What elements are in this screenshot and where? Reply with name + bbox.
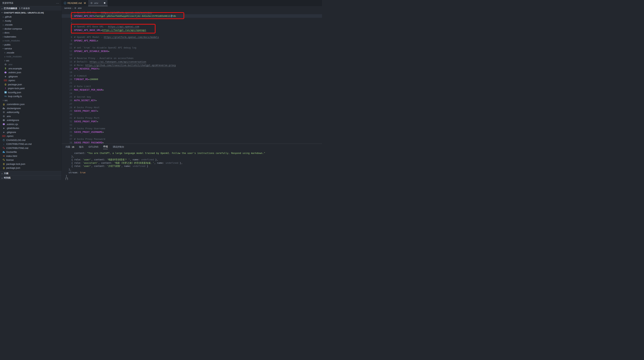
code-token: fastgpt-y6b3axfbdd5wyp011zectjdz-642a3ec… <box>95 14 172 17</box>
line-number: 18 <box>62 70 74 74</box>
tree-item-tsup.config.ts[interactable]: TStsup.config.ts <box>0 94 62 98</box>
tree-item-package.json[interactable]: {}package.json <box>0 82 62 87</box>
tree-item-license[interactable]: license <box>0 158 62 162</box>
tree-item-package.json[interactable]: {}package.json <box>0 166 62 170</box>
terminal-token: ], <box>66 168 72 171</box>
code-line-22: 22# Rate Limit <box>62 84 322 88</box>
code-token: = <box>97 39 98 42</box>
tree-item-package-lock.json[interactable]: {}package-lock.json <box>0 162 62 166</box>
tree-item-.husky[interactable]: ›.husky <box>0 19 62 23</box>
tree-item-docs[interactable]: ›docs <box>0 31 62 35</box>
tree-item-src[interactable]: ›src <box>0 59 62 63</box>
tree-item-.gitignore[interactable]: ◆.gitignore <box>0 74 62 79</box>
tree-item-label: .gitignore <box>6 131 16 134</box>
code-line-12: 12OPENAI_API_DISABLE_DEBUG= <box>62 49 322 53</box>
tree-item-label: .env <box>6 115 11 118</box>
panel-tab-problems[interactable]: 问题 16 <box>66 144 74 150</box>
html-icon: <> <box>2 154 5 157</box>
tree-item-label: license <box>6 159 14 161</box>
panel-tab-gitlens[interactable]: GITLENS <box>88 144 98 150</box>
unsaved-dot-icon[interactable] <box>104 2 105 4</box>
breadcrumb-file[interactable]: .env <box>78 7 82 9</box>
tree-item-service[interactable]: ›service <box>0 47 62 51</box>
tree-item-kubernetes[interactable]: ›kubernetes <box>0 35 62 39</box>
tree-item-node_modules[interactable]: ›node_modules <box>0 39 62 43</box>
code-line-2: 2OPENAI_API_KEY=fastgpt-y6b3axfbdd5wyp01… <box>62 14 322 18</box>
tree-item-.gitattributes[interactable]: ◆.gitattributes <box>0 126 62 130</box>
open-editors-section[interactable]: › 打开的编辑器 1 个未保存 <box>0 6 62 10</box>
panel-tab-debug-console[interactable]: 调试控制台 <box>112 144 124 150</box>
code-line-27: 27 <box>62 102 322 106</box>
code-line-23: 23MAX_REQUEST_PER_HOUR= <box>62 88 322 92</box>
line-number: 36 <box>62 134 74 137</box>
tab-env[interactable]: ⚙ .env <box>88 0 108 6</box>
history-icon <box>2 139 5 141</box>
code-line-15: 15# Default: https://ai.fakeopen.com/api… <box>62 60 322 63</box>
tree-item-label: .env <box>8 63 12 66</box>
timeline-section[interactable]: › 时间线 <box>0 176 62 180</box>
tree-item-node_modules[interactable]: ›node_modules <box>0 54 62 59</box>
code-token: = <box>94 14 95 17</box>
editor-pane[interactable]: 1# OpenAI API Key - https://platform.ope… <box>62 10 322 144</box>
tree-item-.eslintrc.cjs[interactable]: .eslintrc.cjs <box>0 122 62 126</box>
tree-item-CONTRIBUTING.md[interactable]: CONTRIBUTING.md <box>0 146 62 150</box>
tree-item-.env[interactable]: ⚙.env <box>0 62 62 67</box>
chevron-right-icon: › <box>2 35 4 38</box>
tree-item-tsconfig.json[interactable]: TStsconfig.json <box>0 90 62 94</box>
workspace-section[interactable]: › CHATGPT-WEB [WSL: UBUNTU-22.04] <box>0 10 62 15</box>
code-token: OPENAI_API_BASE_URL <box>74 29 101 31</box>
tab-readme[interactable]: i README.md M <box>62 0 88 6</box>
tree-item-.env[interactable]: ⚙.env <box>0 114 62 118</box>
tree-item-.vscode[interactable]: ›.vscode <box>0 23 62 27</box>
code-text: # Socks Proxy Username <box>74 127 322 130</box>
npm-icon: npm <box>4 79 7 82</box>
tree-item-docker-compose[interactable]: ›docker-compose <box>0 27 62 31</box>
tree-item-.commitlintrc.json[interactable]: {}.commitlintrc.json <box>0 102 62 106</box>
code-token: # Secret key <box>74 95 91 98</box>
terminal-line: { role: 'assistant', content: '电影《玲芽之旅》的… <box>66 161 322 165</box>
more-actions-icon[interactable]: ··· <box>56 2 59 5</box>
tree-item-label: package.json <box>6 166 20 169</box>
unsaved-count-badge: 1 个未保存 <box>19 7 30 10</box>
tree-item-.npmrc[interactable]: npm.npmrc <box>0 78 62 82</box>
tree-item-CHANGELOG.md[interactable]: CHANGELOG.md <box>0 138 62 142</box>
tree-item-index.html[interactable]: <>index.html <box>0 154 62 158</box>
tree-item-.gitignore[interactable]: ◆.gitignore <box>0 130 62 134</box>
line-number: 28 <box>62 106 74 109</box>
line-number: 24 <box>62 92 74 95</box>
tree-item-Dockerfile[interactable]: Dockerfile <box>0 150 62 154</box>
breadcrumb-folder[interactable]: service <box>64 7 71 9</box>
code-token: https://github.com/transitive-bullshit/c… <box>85 64 176 67</box>
terminal-token: } <box>66 174 67 177</box>
tree-item-.editorconfig[interactable]: ⚙.editorconfig <box>0 110 62 114</box>
tree-item-pnpm-lock.yaml[interactable]: !pnpm-lock.yaml <box>0 86 62 90</box>
line-number: 35 <box>62 130 74 134</box>
tree-item-public[interactable]: ›public <box>0 43 62 47</box>
tree-item-.eslintrc.json[interactable]: .eslintrc.json <box>0 70 62 74</box>
code-token: = <box>102 131 104 133</box>
tree-item-label: .husky <box>4 19 11 22</box>
code-token: https://fastgpt.run/api/openapi <box>102 29 146 31</box>
tree-item-.dockerignore[interactable]: .dockerignore <box>0 106 62 110</box>
code-line-14: 14# Reverse Proxy - Available on accessT… <box>62 56 322 60</box>
tree-item-.github[interactable]: ›.github <box>0 15 62 19</box>
sidebar-bottom-sections: › 大纲 › 时间线 <box>0 171 62 180</box>
tree-item-.vscode[interactable]: ›.vscode <box>0 51 62 55</box>
terminal-token: 'user' <box>83 165 91 167</box>
tree-item-.eslintignore[interactable]: .eslintignore <box>0 118 62 122</box>
panel-tab-terminal[interactable]: 终端 <box>103 144 108 150</box>
panel-tab-output[interactable]: 输出 <box>79 144 84 150</box>
code-line-4: 4 <box>62 21 322 25</box>
tree-item-src[interactable]: ›src <box>0 98 62 102</box>
key-icon <box>2 146 5 149</box>
git-icon: ◆ <box>2 127 5 130</box>
code-text: # Socks Proxy Host <box>74 106 322 109</box>
code-line-19: 19# timeout <box>62 74 322 77</box>
code-line-26: 26AUTH_SECRET_KEY= <box>62 99 322 102</box>
tree-item-CONTRIBUTING.en.md[interactable]: ↓CONTRIBUTING.en.md <box>0 142 62 146</box>
tree-item-.npmrc[interactable]: npm.npmrc <box>0 134 62 138</box>
terminal-output[interactable]: content: "You are ChatGPT, a large langu… <box>62 150 322 180</box>
outline-section[interactable]: › 大纲 <box>0 171 62 176</box>
license-key-icon <box>2 159 5 161</box>
tree-item-.env.example[interactable]: $.env.example <box>0 67 62 71</box>
